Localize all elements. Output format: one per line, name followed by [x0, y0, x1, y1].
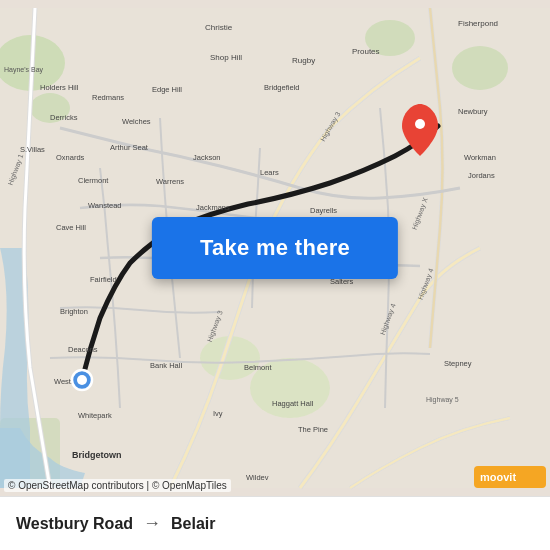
svg-text:Clermont: Clermont — [78, 176, 109, 185]
bottom-bar: Westbury Road → Belair — [0, 496, 550, 550]
svg-text:Wildev: Wildev — [246, 473, 269, 482]
svg-text:Jackson: Jackson — [193, 153, 221, 162]
svg-text:Hayne's Bay: Hayne's Bay — [4, 66, 44, 74]
svg-text:Wanstead: Wanstead — [88, 201, 122, 210]
svg-text:Fairfield: Fairfield — [90, 275, 117, 284]
svg-text:Cave Hill: Cave Hill — [56, 223, 86, 232]
svg-text:S.Villas: S.Villas — [20, 145, 45, 154]
svg-text:Redmans: Redmans — [92, 93, 124, 102]
svg-text:Proutes: Proutes — [352, 47, 380, 56]
svg-text:Jordans: Jordans — [468, 171, 495, 180]
svg-text:Shop Hill: Shop Hill — [210, 53, 242, 62]
svg-text:Brighton: Brighton — [60, 307, 88, 316]
svg-text:Ivy: Ivy — [213, 409, 223, 418]
svg-text:Rugby: Rugby — [292, 56, 315, 65]
svg-text:Whitepark: Whitepark — [78, 411, 112, 420]
svg-text:Stepney: Stepney — [444, 359, 472, 368]
svg-text:Christie: Christie — [205, 23, 233, 32]
take-me-there-button[interactable]: Take me there — [152, 217, 398, 279]
svg-text:Jackmans: Jackmans — [196, 203, 230, 212]
svg-text:Workman: Workman — [464, 153, 496, 162]
svg-text:Belmont: Belmont — [244, 363, 272, 372]
svg-point-7 — [452, 46, 508, 90]
svg-text:moovit: moovit — [480, 471, 516, 483]
svg-point-56 — [77, 375, 87, 385]
svg-text:Haggatt Hall: Haggatt Hall — [272, 399, 314, 408]
svg-text:The Pine: The Pine — [298, 425, 328, 434]
svg-text:Warrens: Warrens — [156, 177, 184, 186]
svg-text:Holders Hill: Holders Hill — [40, 83, 79, 92]
map-attribution: © OpenStreetMap contributors | © OpenMap… — [4, 479, 231, 492]
origin-label: Westbury Road — [16, 515, 133, 533]
svg-text:Highway 5: Highway 5 — [426, 396, 459, 404]
svg-text:Bank Hall: Bank Hall — [150, 361, 182, 370]
svg-text:Edge Hill: Edge Hill — [152, 85, 182, 94]
svg-text:Lears: Lears — [260, 168, 279, 177]
moovit-logo: moovit — [474, 466, 546, 492]
svg-text:Dayrells: Dayrells — [310, 206, 337, 215]
app-container: Christie Fisherpond Shop Hill Proutes Ru… — [0, 0, 550, 550]
svg-text:Bridgetown: Bridgetown — [72, 450, 122, 460]
svg-text:Bridgefield: Bridgefield — [264, 83, 299, 92]
svg-text:Arthur Seat: Arthur Seat — [110, 143, 149, 152]
svg-text:Welches: Welches — [122, 117, 151, 126]
svg-text:Oxnards: Oxnards — [56, 153, 85, 162]
svg-text:Derricks: Derricks — [50, 113, 78, 122]
map-area: Christie Fisherpond Shop Hill Proutes Ru… — [0, 0, 550, 496]
destination-label: Belair — [171, 515, 215, 533]
svg-text:Fisherpond: Fisherpond — [458, 19, 498, 28]
arrow-right-icon: → — [143, 513, 161, 534]
svg-text:Newbury: Newbury — [458, 107, 488, 116]
svg-point-57 — [415, 119, 425, 129]
svg-text:Deacons: Deacons — [68, 345, 98, 354]
